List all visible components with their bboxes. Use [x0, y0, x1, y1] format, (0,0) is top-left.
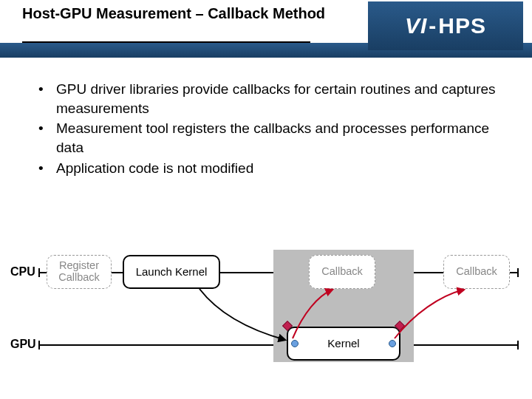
bullet-list: GPU driver libraries provide callbacks f…	[38, 80, 505, 177]
kernel-start-circle	[291, 340, 299, 347]
logo-hps: HPS	[438, 13, 486, 38]
launch-kernel-box: Launch Kernel	[123, 255, 220, 289]
page-title: Host-GPU Measurement – Callback Method	[22, 4, 325, 23]
kernel-end-circle	[389, 340, 396, 347]
gpu-lane-label: GPU	[10, 338, 36, 351]
register-callback-box: Register Callback	[47, 255, 112, 289]
callback-box-2: Callback	[443, 255, 510, 289]
slide-header: Host-GPU Measurement – Callback Method V…	[0, 0, 532, 58]
bullet-item: Application code is not modified	[38, 159, 505, 178]
bullet-item: GPU driver libraries provide callbacks f…	[38, 80, 505, 117]
logo-dash: -	[429, 13, 437, 38]
bullet-item: Measurement tool registers the callbacks…	[38, 119, 505, 157]
launch-to-kernel-arrow	[200, 289, 285, 340]
callback-diagram: CPU GPU Register Callback Launch Kernel …	[0, 244, 532, 384]
callback-box-1: Callback	[309, 255, 375, 289]
kernel-box: Kernel	[287, 327, 400, 361]
logo-vi: VI	[405, 13, 427, 38]
vihps-logo: VI - HPS	[368, 1, 523, 50]
cpu-lane-label: CPU	[10, 265, 35, 279]
